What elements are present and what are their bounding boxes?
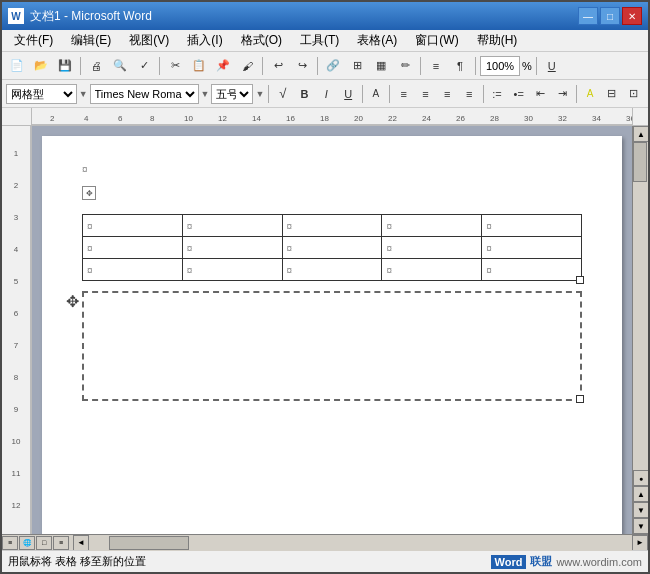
scroll-thumb[interactable] — [633, 142, 647, 182]
close-button[interactable]: ✕ — [622, 7, 642, 25]
normal-view-button[interactable]: ≡ — [2, 536, 18, 550]
open-button[interactable]: 📂 — [30, 55, 52, 77]
hscroll-right-button[interactable]: ► — [632, 535, 648, 551]
bullets-button[interactable]: •= — [508, 83, 529, 105]
menu-insert[interactable]: 插入(I) — [179, 30, 230, 51]
outline-view-button[interactable]: ≡ — [53, 536, 69, 550]
undo-button[interactable]: ↩ — [267, 55, 289, 77]
main-area: 1 2 3 4 5 6 7 8 9 10 11 12 ¤ — [2, 126, 648, 534]
hscroll-thumb[interactable] — [109, 536, 189, 550]
table-cell[interactable]: ¤ — [282, 259, 382, 281]
showhide-button[interactable]: ¶ — [449, 55, 471, 77]
next-page-button[interactable]: ▼ — [633, 502, 648, 518]
highlight-button[interactable]: A — [580, 83, 601, 105]
page-wrapper[interactable]: ¤ ✥ ¤ ¤ ¤ ¤ ¤ ¤ — [32, 126, 632, 534]
scroll-down-button[interactable]: ▼ — [633, 518, 648, 534]
menu-format[interactable]: 格式(O) — [233, 30, 290, 51]
cut-button[interactable]: ✂ — [164, 55, 186, 77]
menu-edit[interactable]: 编辑(E) — [63, 30, 119, 51]
align-left-button[interactable]: ≡ — [393, 83, 414, 105]
font-color-button[interactable]: A — [366, 83, 387, 105]
docmap-button[interactable]: ≡ — [425, 55, 447, 77]
outside-border-button[interactable]: ⊟ — [601, 83, 622, 105]
menu-table[interactable]: 表格(A) — [349, 30, 405, 51]
ruler-area: 2 4 6 8 10 12 14 16 18 20 22 24 26 28 30… — [2, 108, 648, 126]
maximize-button[interactable]: □ — [600, 7, 620, 25]
svg-text:3: 3 — [14, 213, 19, 222]
menu-view[interactable]: 视图(V) — [121, 30, 177, 51]
select-browse-object[interactable]: ● — [633, 470, 648, 486]
table-cell[interactable]: ¤ — [83, 259, 183, 281]
bold-button[interactable]: B — [294, 83, 315, 105]
preview-button[interactable]: 🔍 — [109, 55, 131, 77]
format-painter[interactable]: 🖌 — [236, 55, 258, 77]
textbox-resize-handle[interactable] — [576, 395, 584, 403]
hscroll-track[interactable] — [89, 535, 632, 551]
table-cell[interactable]: ¤ — [282, 215, 382, 237]
menu-tools[interactable]: 工具(T) — [292, 30, 347, 51]
table-cell[interactable]: ¤ — [482, 259, 582, 281]
save-button[interactable]: 💾 — [54, 55, 76, 77]
toolbar-standard: 📄 📂 💾 🖨 🔍 ✓ ✂ 📋 📌 🖌 ↩ ↪ 🔗 ⊞ ▦ ✏ ≡ ¶ % U — [2, 52, 648, 80]
paste-button[interactable]: 📌 — [212, 55, 234, 77]
content-area: ¤ ✥ ¤ ¤ ¤ ¤ ¤ ¤ — [32, 126, 632, 534]
menu-file[interactable]: 文件(F) — [6, 30, 61, 51]
table-cell[interactable]: ¤ — [182, 215, 282, 237]
table-cell[interactable]: ¤ — [83, 237, 183, 259]
spell-button[interactable]: ✓ — [133, 55, 155, 77]
hscroll-left-button[interactable]: ◄ — [73, 535, 89, 551]
scroll-up-button[interactable]: ▲ — [633, 126, 648, 142]
style-dropdown[interactable]: 网格型 — [6, 84, 77, 104]
sqrt-button[interactable]: √ — [272, 83, 293, 105]
redo-button[interactable]: ↪ — [291, 55, 313, 77]
table-cell[interactable]: ¤ — [83, 215, 183, 237]
indent-increase[interactable]: ⇥ — [552, 83, 573, 105]
word-badge: Word — [491, 555, 527, 569]
help-button[interactable]: U — [541, 55, 563, 77]
sep6 — [475, 57, 476, 75]
drawing-button[interactable]: ✏ — [394, 55, 416, 77]
svg-text:34: 34 — [592, 114, 601, 123]
align-right-button[interactable]: ≡ — [437, 83, 458, 105]
minimize-button[interactable]: — — [578, 7, 598, 25]
numbering-button[interactable]: := — [486, 83, 507, 105]
underline-button[interactable]: U — [338, 83, 359, 105]
move-crosshair-icon[interactable]: ✥ — [66, 292, 79, 311]
size-arrow: ▼ — [255, 89, 264, 99]
web-view-button[interactable]: 🌐 — [19, 536, 35, 550]
print-button[interactable]: 🖨 — [85, 55, 107, 77]
tables-borders-button[interactable]: ⊡ — [623, 83, 644, 105]
zoom-input[interactable] — [480, 56, 520, 76]
table-cell[interactable]: ¤ — [382, 259, 482, 281]
indent-decrease[interactable]: ⇤ — [530, 83, 551, 105]
document-table[interactable]: ¤ ¤ ¤ ¤ ¤ ¤ ¤ ¤ ¤ ¤ — [82, 214, 582, 281]
scroll-track[interactable] — [633, 142, 648, 470]
svg-text:5: 5 — [14, 277, 19, 286]
justify-button[interactable]: ≡ — [459, 83, 480, 105]
menu-window[interactable]: 窗口(W) — [407, 30, 466, 51]
table-cell[interactable]: ¤ — [482, 237, 582, 259]
table-cell[interactable]: ¤ — [182, 259, 282, 281]
italic-button[interactable]: I — [316, 83, 337, 105]
style-arrow: ▼ — [79, 89, 88, 99]
table-cell[interactable]: ¤ — [482, 215, 582, 237]
copy-button[interactable]: 📋 — [188, 55, 210, 77]
align-center-button[interactable]: ≡ — [415, 83, 436, 105]
prev-page-button[interactable]: ▲ — [633, 486, 648, 502]
menu-help[interactable]: 帮助(H) — [469, 30, 526, 51]
size-dropdown[interactable]: 五号 — [211, 84, 253, 104]
font-dropdown[interactable]: Times New Roma — [90, 84, 199, 104]
columns-button[interactable]: ▦ — [370, 55, 392, 77]
new-button[interactable]: 📄 — [6, 55, 28, 77]
table-button[interactable]: ⊞ — [346, 55, 368, 77]
hyperlink-button[interactable]: 🔗 — [322, 55, 344, 77]
table-resize-handle[interactable] — [576, 276, 584, 284]
table-cell[interactable]: ¤ — [282, 237, 382, 259]
table-move-handle[interactable]: ✥ — [82, 186, 96, 200]
table-cell[interactable]: ¤ — [382, 237, 482, 259]
print-view-button[interactable]: □ — [36, 536, 52, 550]
text-box[interactable] — [82, 291, 582, 401]
table-cell[interactable]: ¤ — [382, 215, 482, 237]
table-cell[interactable]: ¤ — [182, 237, 282, 259]
document-page[interactable]: ¤ ✥ ¤ ¤ ¤ ¤ ¤ ¤ — [42, 136, 622, 534]
